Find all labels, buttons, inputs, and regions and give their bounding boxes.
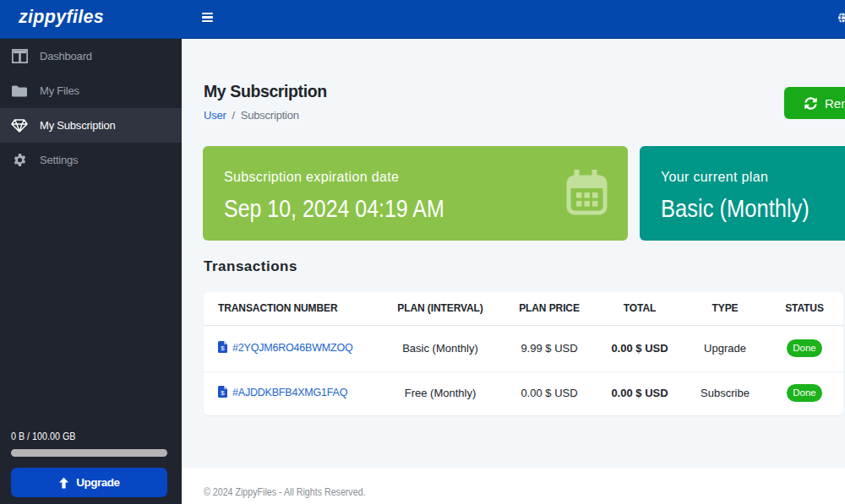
svg-text:$: $ (221, 344, 225, 352)
svg-text:$: $ (221, 389, 225, 397)
